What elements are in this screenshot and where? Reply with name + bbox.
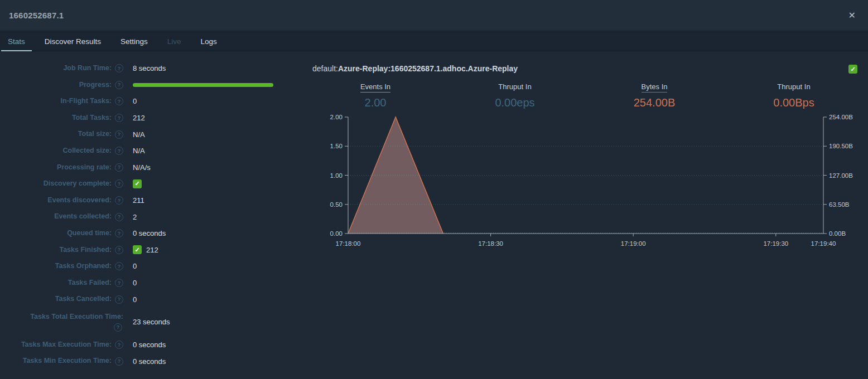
stat-row-processing-rate: Processing rate:?N/A/s: [0, 159, 304, 176]
x-axis-tick-label: 17:19:00: [621, 240, 646, 247]
stat-row-events-discovered: Events discovered:?211: [0, 192, 304, 209]
stat-label: In-Flight Tasks:: [61, 97, 112, 106]
stat-label-group: In-Flight Tasks:?: [0, 97, 123, 106]
stat-label-group: Tasks Total Execution Time:?: [0, 313, 123, 332]
metric-label[interactable]: Bytes In: [642, 82, 668, 93]
timeseries-chart: 2.001.501.000.500.00254.00B190.50B127.00…: [301, 109, 868, 253]
metric-value: 2.00: [306, 96, 445, 109]
help-icon[interactable]: ?: [115, 295, 123, 304]
stat-row-events-collected: Events collected:?2: [0, 208, 304, 225]
stat-label-group: Total size:?: [0, 130, 123, 139]
window-title: 1660252687.1: [9, 11, 64, 20]
tab-settings[interactable]: Settings: [113, 32, 156, 51]
help-icon[interactable]: ?: [115, 147, 123, 155]
help-icon[interactable]: ?: [115, 97, 123, 105]
metric-events-in: Events In2.00: [306, 81, 445, 109]
metric-value: 254.00B: [585, 96, 724, 109]
stat-label-group: Tasks Finished:?: [0, 246, 123, 255]
chart-svg: 2.001.501.000.500.00254.00B190.50B127.00…: [301, 109, 868, 251]
help-icon[interactable]: ?: [115, 341, 123, 349]
stat-label: Tasks Failed:: [68, 279, 112, 288]
job-inspector-modal: 1660252687.1 ✕ StatsDiscover ResultsSett…: [0, 0, 868, 379]
metric-bytes-in: Bytes In254.00B: [585, 81, 724, 109]
help-icon[interactable]: ?: [115, 114, 123, 122]
stat-row-total-tasks: Total Tasks:?212: [0, 110, 304, 127]
help-icon[interactable]: ?: [115, 130, 123, 139]
stat-value: N/A: [133, 130, 145, 139]
stat-label-group: Tasks Failed:?: [0, 279, 123, 288]
stat-value: 212: [133, 114, 145, 122]
stat-row-tasks-failed: Tasks Failed:?0: [0, 275, 304, 291]
y-axis-right-tick-label: 190.50B: [829, 143, 853, 149]
help-icon[interactable]: ?: [115, 64, 123, 72]
stat-label: Progress:: [79, 81, 112, 90]
stat-value: 0: [133, 279, 137, 287]
stat-label: Total Tasks:: [72, 114, 112, 123]
close-icon[interactable]: ✕: [845, 9, 859, 22]
stat-value-text: 212: [146, 246, 158, 254]
stat-label: Job Run Time:: [63, 64, 112, 73]
stat-row-total-size: Total size:?N/A: [0, 126, 304, 143]
stat-label-group: Tasks Cancelled:?: [0, 295, 123, 304]
chart-metric-headers: Events In2.00Thruput In0.00epsBytes In25…: [306, 81, 864, 109]
metric-label[interactable]: Thruput In: [777, 82, 810, 93]
check-icon: ✓: [848, 65, 857, 74]
progress-bar: [133, 83, 273, 87]
help-icon[interactable]: ?: [115, 163, 123, 172]
stat-label-group: Progress:?: [0, 81, 123, 90]
help-icon[interactable]: ?: [115, 196, 123, 205]
stat-label: Tasks Orphaned:: [55, 262, 112, 271]
metric-thruput-in: Thruput In0.00eps: [445, 81, 585, 109]
chart-title: default:Azure-Replay:1660252687.1.adhoc.…: [312, 64, 518, 73]
tab-stats[interactable]: Stats: [0, 32, 33, 51]
tab-bar: StatsDiscover ResultsSettingsLiveLogs: [0, 32, 868, 51]
help-icon[interactable]: ?: [115, 179, 123, 188]
help-icon[interactable]: ?: [115, 246, 123, 254]
x-axis-tick-label: 17:19:40: [811, 240, 836, 247]
stat-label: Events collected:: [54, 212, 112, 221]
help-icon[interactable]: ?: [115, 279, 123, 287]
metric-label[interactable]: Thruput In: [498, 82, 531, 93]
stat-label-group: Events discovered:?: [0, 196, 123, 205]
stat-label: Discovery complete:: [44, 179, 112, 188]
stat-label: Total size:: [78, 130, 112, 139]
stat-label-group: Tasks Min Execution Time:?: [0, 357, 123, 366]
stat-row-progress: Progress:?: [0, 77, 304, 94]
help-icon[interactable]: ?: [115, 213, 123, 221]
metric-label[interactable]: Events In: [360, 82, 390, 93]
y-axis-right-tick-label: 0.00B: [829, 230, 846, 237]
stats-panel: Job Run Time:?8 secondsProgress:?In-Flig…: [0, 60, 304, 370]
stat-label-group: Total Tasks:?: [0, 114, 123, 123]
stat-row-in-flight-tasks: In-Flight Tasks:?0: [0, 93, 304, 110]
stat-value: 0 seconds: [133, 357, 166, 366]
stat-value: 0: [133, 295, 137, 304]
stat-row-tasks-min-execution-time: Tasks Min Execution Time:?0 seconds: [0, 353, 304, 370]
stat-row-job-run-time: Job Run Time:?8 seconds: [0, 60, 304, 77]
stat-row-tasks-finished: Tasks Finished:?✓212: [0, 242, 304, 259]
chart-legend-checkbox[interactable]: ✓: [848, 65, 857, 74]
help-icon[interactable]: ?: [115, 229, 123, 237]
stat-label: Tasks Total Execution Time:: [30, 313, 123, 322]
tab-discover-results[interactable]: Discover Results: [37, 32, 109, 51]
stat-label: Processing rate:: [57, 163, 112, 172]
checkbox-checked[interactable]: ✓: [133, 179, 142, 188]
stat-row-tasks-cancelled: Tasks Cancelled:?0: [0, 291, 304, 308]
help-icon[interactable]: ?: [115, 357, 123, 366]
metric-value: 0.00Bps: [724, 96, 864, 109]
tab-logs[interactable]: Logs: [193, 32, 225, 51]
stat-value: N/A/s: [133, 163, 151, 172]
stat-row-tasks-orphaned: Tasks Orphaned:?0: [0, 258, 304, 275]
chart-title-prefix: default:: [312, 64, 338, 73]
stat-value: 211: [133, 196, 144, 205]
help-icon[interactable]: ?: [115, 262, 123, 270]
stat-value: ✓: [133, 179, 142, 188]
stat-label: Tasks Cancelled:: [55, 295, 112, 304]
checkbox-checked[interactable]: ✓: [133, 245, 142, 254]
help-icon[interactable]: ?: [115, 81, 123, 89]
help-icon[interactable]: ?: [114, 323, 122, 332]
y-axis-left-tick-label: 0.00: [330, 230, 343, 237]
stat-value: 0 seconds: [133, 341, 166, 349]
y-axis-left-tick-label: 1.50: [330, 143, 343, 149]
titlebar: 1660252687.1 ✕: [0, 0, 868, 31]
tab-live: Live: [160, 32, 189, 51]
